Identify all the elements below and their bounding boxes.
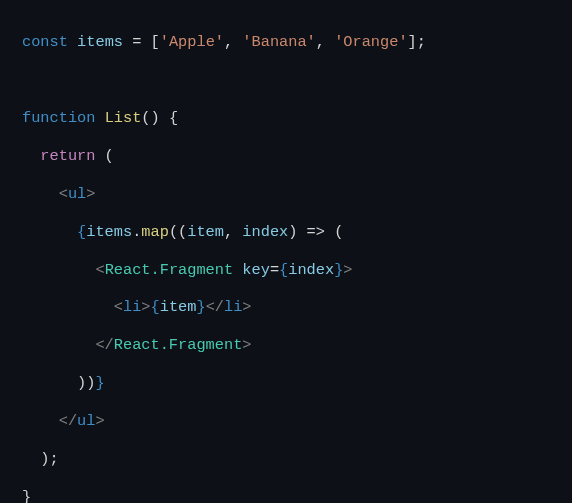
string-orange: 'Orange' [334, 33, 407, 51]
code-line: </ul> [22, 412, 105, 430]
jsx-component-fragment: React.Fragment [105, 261, 234, 279]
code-block: const items = ['Apple', 'Banana', 'Orang… [0, 0, 572, 503]
keyword-return: return [40, 147, 95, 165]
jsx-attr-key: key [242, 261, 270, 279]
code-line: <ul> [22, 185, 95, 203]
code-line: ); [22, 450, 59, 468]
code-line: const items = ['Apple', 'Banana', 'Orang… [22, 33, 426, 51]
code-line: function List() { [22, 109, 178, 127]
code-line: return ( [22, 147, 114, 165]
code-line: {items.map((item, index) => ( [22, 223, 343, 241]
method-map: map [141, 223, 169, 241]
code-line: <li>{item}</li> [22, 298, 252, 316]
code-line: } [22, 488, 31, 503]
code-line: ))} [22, 374, 105, 392]
string-banana: 'Banana' [242, 33, 315, 51]
keyword-function: function [22, 109, 95, 127]
jsx-tag-li: li [123, 298, 141, 316]
code-line: <React.Fragment key={index}> [22, 261, 353, 279]
function-name: List [105, 109, 142, 127]
string-apple: 'Apple' [160, 33, 224, 51]
variable-items: items [77, 33, 123, 51]
keyword-const: const [22, 33, 68, 51]
jsx-tag-ul: ul [68, 185, 86, 203]
code-line: </React.Fragment> [22, 336, 252, 354]
